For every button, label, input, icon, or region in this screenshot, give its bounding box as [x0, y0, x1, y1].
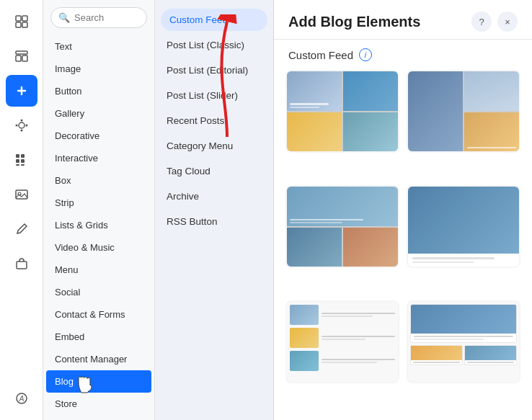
main-header: Add Blog Elements ? ×	[274, 0, 532, 40]
subcategory-item-custom-feed[interactable]: Custom Feed	[161, 9, 267, 31]
svg-point-12	[20, 130, 22, 132]
assets-icon[interactable]: A	[6, 383, 37, 414]
subcategory-item-archive[interactable]: Archive	[155, 184, 273, 209]
thumbnail-5[interactable]	[285, 300, 399, 383]
svg-rect-1	[22, 16, 27, 21]
panels-wrapper: 🔍 Text Image Button Gallery Decorative I…	[43, 0, 532, 420]
category-item-lists[interactable]: Lists & Grids	[43, 214, 154, 236]
add-icon[interactable]	[6, 75, 37, 107]
svg-point-14	[25, 125, 27, 127]
section-title: Custom Feed	[288, 49, 353, 61]
category-item-video[interactable]: Video & Music	[43, 236, 154, 259]
main-panel: Add Blog Elements ? × Custom Feed i	[274, 0, 532, 420]
close-button[interactable]: ×	[497, 12, 518, 32]
thumbnail-2[interactable]	[407, 70, 520, 153]
category-item-gallery[interactable]: Gallery	[43, 102, 154, 125]
svg-rect-5	[16, 55, 21, 61]
svg-rect-3	[22, 22, 27, 27]
svg-rect-6	[22, 55, 27, 61]
media-icon[interactable]	[6, 179, 37, 210]
thumbnail-4[interactable]	[407, 185, 520, 268]
subcategory-item-post-list-slider[interactable]: Post List (Slider)	[155, 83, 273, 108]
subcategory-item-post-list-editorial[interactable]: Post List (Editorial)	[155, 58, 273, 83]
category-item-contact[interactable]: Contact & Forms	[43, 303, 154, 326]
svg-point-10	[19, 122, 25, 128]
svg-rect-19	[16, 164, 19, 166]
subcategory-item-rss-button[interactable]: RSS Button	[155, 209, 273, 234]
category-item-image[interactable]: Image	[43, 58, 154, 80]
thumbnails-grid	[274, 66, 532, 420]
design-icon[interactable]	[6, 110, 37, 141]
pen-icon[interactable]	[6, 213, 37, 245]
subcategory-item-category-menu[interactable]: Category Menu	[155, 133, 273, 158]
svg-text:A: A	[18, 395, 24, 403]
category-item-decorative[interactable]: Decorative	[43, 125, 154, 147]
category-item-box[interactable]: Box	[43, 169, 154, 192]
header-icons: ? ×	[471, 12, 518, 32]
subcategory-list: Custom Feed Post List (Classic) Post Lis…	[155, 7, 273, 234]
svg-point-13	[15, 125, 17, 127]
search-input[interactable]	[74, 12, 139, 23]
svg-point-11	[20, 120, 22, 122]
subcategory-item-recent-posts[interactable]: Recent Posts	[155, 108, 273, 133]
pages-icon[interactable]	[6, 6, 37, 37]
svg-rect-21	[16, 190, 27, 199]
help-button[interactable]: ?	[471, 12, 492, 32]
svg-rect-4	[16, 51, 27, 54]
section-header: Custom Feed i	[274, 40, 532, 66]
info-icon[interactable]: i	[359, 48, 372, 61]
category-list: Text Image Button Gallery Decorative Int…	[43, 35, 154, 420]
category-item-text[interactable]: Text	[43, 35, 154, 58]
svg-rect-2	[16, 22, 21, 27]
category-item-embed[interactable]: Embed	[43, 326, 154, 348]
category-item-button[interactable]: Button	[43, 80, 154, 102]
icon-bar: A	[0, 0, 43, 420]
market-icon[interactable]	[6, 248, 37, 280]
subcategory-panel: Custom Feed Post List (Classic) Post Lis…	[155, 0, 274, 420]
elements-icon[interactable]	[6, 40, 37, 72]
search-bar[interactable]: 🔍	[50, 7, 147, 28]
category-item-menu[interactable]: Menu	[43, 259, 154, 281]
svg-rect-18	[21, 159, 25, 163]
main-panel-title: Add Blog Elements	[288, 14, 420, 30]
category-item-strip[interactable]: Strip	[43, 192, 154, 214]
svg-rect-23	[17, 262, 27, 269]
apps-icon[interactable]	[6, 144, 37, 176]
svg-rect-15	[16, 154, 19, 158]
category-item-social[interactable]: Social	[43, 281, 154, 303]
category-panel: 🔍 Text Image Button Gallery Decorative I…	[43, 0, 155, 420]
subcategory-item-tag-cloud[interactable]: Tag Cloud	[155, 158, 273, 184]
svg-rect-20	[21, 164, 25, 166]
category-item-interactive[interactable]: Interactive	[43, 147, 154, 169]
svg-rect-17	[16, 159, 19, 163]
category-item-blog[interactable]: Blog	[46, 370, 151, 393]
category-item-store[interactable]: Store	[43, 393, 154, 415]
subcategory-item-post-list-classic[interactable]: Post List (Classic)	[155, 32, 273, 58]
thumbnail-1[interactable]	[285, 70, 399, 153]
category-item-content[interactable]: Content Manager	[43, 348, 154, 370]
svg-rect-0	[16, 16, 21, 21]
thumbnail-6[interactable]	[407, 300, 520, 383]
search-icon: 🔍	[58, 12, 70, 23]
svg-rect-16	[21, 154, 25, 158]
thumbnail-3[interactable]	[285, 185, 399, 268]
